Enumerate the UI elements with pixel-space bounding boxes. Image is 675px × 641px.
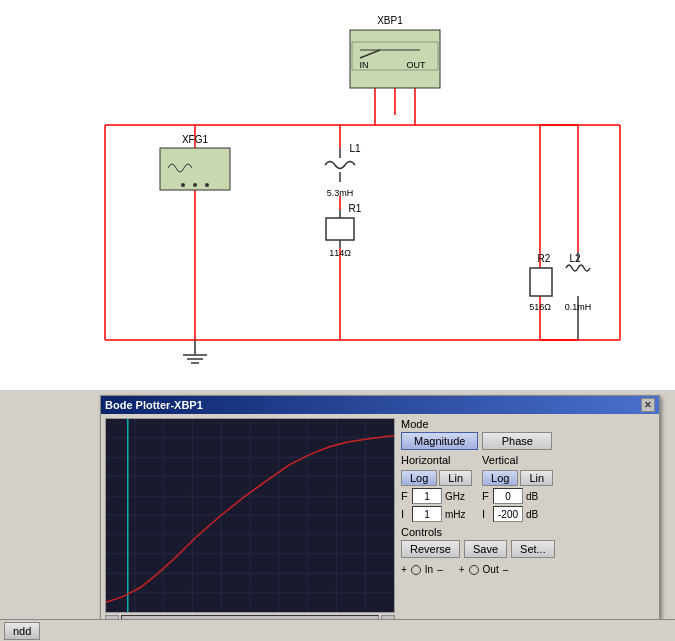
taskbar: ndd (0, 619, 675, 641)
svg-text:XFG1: XFG1 (182, 134, 209, 145)
horizontal-label: Horizontal (401, 454, 472, 466)
bode-titlebar: Bode Plotter-XBP1 ✕ (101, 396, 659, 414)
h-f-unit: GHz (445, 491, 470, 502)
v-log-button[interactable]: Log (482, 470, 518, 486)
svg-text:516Ω: 516Ω (529, 302, 551, 312)
h-lin-button[interactable]: Lin (439, 470, 472, 486)
h-i-unit: mHz (445, 509, 470, 520)
bode-close-button[interactable]: ✕ (641, 398, 655, 412)
minus-out-icon[interactable]: – (503, 564, 509, 575)
vertical-label: Vertical (482, 454, 553, 466)
svg-text:R2: R2 (538, 253, 551, 264)
magnitude-button[interactable]: Magnitude (401, 432, 478, 450)
controls-label: Controls (401, 526, 655, 538)
svg-text:L1: L1 (349, 143, 361, 154)
svg-text:114Ω: 114Ω (329, 248, 351, 258)
circuit-area: XBP1 IN OUT XFG1 L1 5.3mH R1 114Ω R2 516… (0, 0, 675, 390)
set-button[interactable]: Set... (511, 540, 555, 558)
v-f-input[interactable] (493, 488, 523, 504)
h-i-input[interactable] (412, 506, 442, 522)
taskbar-ndd-label: ndd (13, 625, 31, 637)
in-label: In (425, 564, 433, 575)
v-lin-button[interactable]: Lin (520, 470, 553, 486)
v-i-input[interactable] (493, 506, 523, 522)
taskbar-ndd[interactable]: ndd (4, 622, 40, 640)
h-f-input[interactable] (412, 488, 442, 504)
circle-in (411, 565, 421, 575)
svg-text:IN: IN (360, 60, 369, 70)
plot-area (105, 418, 395, 613)
svg-text:XBP1: XBP1 (377, 15, 403, 26)
svg-rect-42 (530, 268, 552, 296)
svg-text:L2: L2 (569, 253, 581, 264)
v-f-label: F (482, 490, 490, 502)
svg-text:OUT: OUT (407, 60, 427, 70)
phase-button[interactable]: Phase (482, 432, 552, 450)
v-i-unit: dB (526, 509, 551, 520)
svg-rect-37 (326, 218, 354, 240)
v-f-unit: dB (526, 491, 551, 502)
reverse-button[interactable]: Reverse (401, 540, 460, 558)
h-log-button[interactable]: Log (401, 470, 437, 486)
bode-plotter-window: Bode Plotter-XBP1 ✕ (100, 395, 660, 635)
svg-point-31 (205, 183, 209, 187)
v-i-label: I (482, 508, 490, 520)
mode-label: Mode (401, 418, 655, 430)
out-label: Out (483, 564, 499, 575)
plus-in-icon[interactable]: + (401, 564, 407, 575)
plus-out-icon[interactable]: + (459, 564, 465, 575)
svg-text:0.1mH: 0.1mH (565, 302, 592, 312)
minus-in-icon[interactable]: – (437, 564, 443, 575)
svg-text:5.3mH: 5.3mH (327, 188, 354, 198)
svg-point-29 (181, 183, 185, 187)
bode-title: Bode Plotter-XBP1 (105, 399, 203, 411)
h-i-label: I (401, 508, 409, 520)
svg-rect-19 (350, 30, 440, 88)
circle-out (469, 565, 479, 575)
controls-panel: Mode Magnitude Phase Horizontal Log Lin … (401, 418, 655, 630)
h-f-label: F (401, 490, 409, 502)
svg-point-30 (193, 183, 197, 187)
save-button[interactable]: Save (464, 540, 507, 558)
svg-text:R1: R1 (349, 203, 362, 214)
